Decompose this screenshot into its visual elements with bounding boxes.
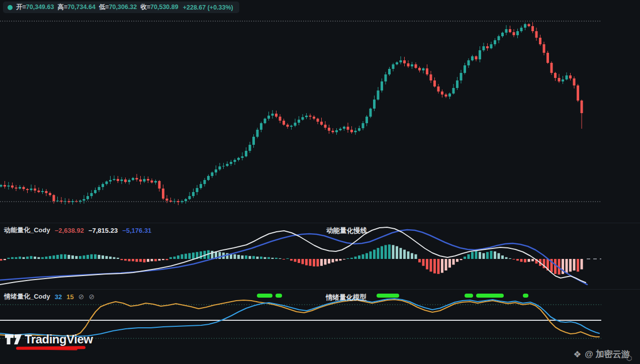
diamond-logo-icon: ❖ [573, 349, 581, 360]
disabled-signal-icon: ⊘ [78, 293, 84, 301]
high-label: 高=70,734.64 [57, 3, 95, 12]
credit-text: @ 加密云游 [585, 348, 629, 360]
momentum-hist-value: −2,638.92 [55, 227, 84, 234]
sentiment-indicator-title: 情绪量化_Cody [4, 292, 50, 301]
momentum-fast-value: −7,815.23 [88, 227, 118, 234]
change-label: +228.67 (+0.33%) [183, 4, 233, 11]
tradingview-chart-window: 开=70,349.63 高=70,734.64 低=70,306.32 收=70… [0, 0, 640, 364]
sentiment-pane[interactable] [0, 290, 640, 364]
tradingview-watermark: TradingView [5, 332, 93, 346]
open-label: 开=70,349.63 [16, 3, 54, 12]
pane-separator[interactable] [0, 289, 640, 290]
sentiment-indicator-header[interactable]: 情绪量化_Cody 32 15 ⊘ ⊘ [4, 292, 95, 301]
pane-separator[interactable] [0, 223, 640, 223]
series-color-dot-icon [8, 5, 13, 10]
momentum-indicator-header[interactable]: 动能量化_Cody −2,638.92 −7,815.23 −5,176.31 [4, 226, 151, 235]
sentiment-blue-value: 32 [55, 293, 62, 301]
sentiment-orange-value: 15 [66, 293, 73, 301]
close-label: 收=70,530.89 [140, 3, 178, 12]
tradingview-wordmark: TradingView [25, 332, 93, 346]
momentum-indicator-title: 动能量化_Cody [4, 226, 50, 235]
momentum-slow-line-annotation: 动能量化慢线 [326, 226, 367, 235]
momentum-slow-value: −5,176.31 [122, 227, 151, 234]
disabled-signal-icon: ⊘ [88, 293, 95, 301]
hexagon-badge-icon: ⬡ [626, 354, 632, 362]
sentiment-model-annotation: 情绪量化模型 [326, 293, 367, 302]
tradingview-logo-icon [5, 333, 22, 346]
channel-credit: ❖ @ 加密云游 ⬡ [573, 348, 632, 360]
price-pane[interactable] [0, 14, 640, 223]
low-label: 低=70,306.32 [99, 3, 137, 12]
ohlc-legend[interactable]: 开=70,349.63 高=70,734.64 低=70,306.32 收=70… [3, 2, 239, 13]
